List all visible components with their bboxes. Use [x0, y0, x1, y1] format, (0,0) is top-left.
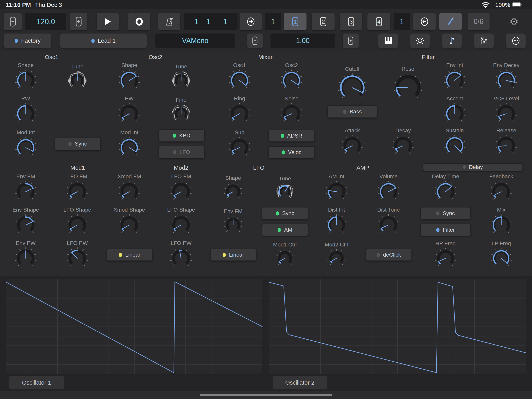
knob-osc1-pw[interactable] [14, 102, 38, 126]
knob-flt-attack[interactable] [340, 134, 364, 158]
toggle-mixer-veloc[interactable]: Veloc [268, 146, 315, 158]
toggle-mod2-linear[interactable]: Linear [210, 249, 256, 261]
knob-lfo-envfm[interactable] [222, 214, 244, 236]
mix_noise-label: Noise [268, 96, 315, 102]
toggle-delay-title[interactable]: Delay [423, 163, 523, 171]
knob-osc2-modint[interactable] [117, 135, 141, 160]
toggle-delay-filter[interactable]: Filter [420, 224, 471, 236]
mixer-settings-button[interactable] [474, 33, 494, 48]
knob-lfo-mod1ctrl[interactable] [274, 248, 295, 269]
knob-mix-ring[interactable] [228, 102, 252, 126]
knob-amp-amint[interactable] [324, 180, 348, 204]
knob-flt-envdecay[interactable] [494, 68, 518, 93]
knob-m1-lfopw[interactable] [65, 246, 89, 270]
settings-button[interactable]: ⚙ [503, 13, 525, 30]
knob-m2-lfopw[interactable] [169, 246, 193, 270]
preset-patch-button[interactable]: Lead 1 [60, 33, 147, 48]
scene-2-button[interactable]: 2 [312, 13, 335, 30]
knob-m2-xmodfm[interactable] [117, 180, 141, 204]
play-button[interactable] [97, 13, 119, 30]
note-settings-button[interactable]: ♪ [442, 33, 462, 48]
knob-amp-volume[interactable] [376, 180, 400, 204]
knob-flt-reso[interactable] [392, 72, 424, 103]
knob-m1-envshape[interactable] [14, 213, 38, 237]
undo-counter-button[interactable]: 0/6 [468, 13, 489, 30]
tempo-increment-button[interactable] [70, 13, 88, 30]
knob-osc2-fine[interactable] [170, 103, 192, 124]
toggle-lfo-am[interactable]: AM [262, 224, 308, 236]
knob-dly-hp[interactable] [434, 247, 457, 270]
scene-advance-button[interactable] [240, 13, 262, 30]
knob-m2-lfoshape[interactable] [169, 213, 193, 237]
preset-bank-button[interactable]: Factory [4, 33, 51, 48]
knob-m2-lfofm[interactable] [169, 180, 193, 204]
knob-amp-disttone[interactable] [376, 213, 400, 237]
home-indicator[interactable] [200, 394, 332, 396]
toggle-mixer-adsr[interactable]: ADSR [268, 130, 315, 142]
knob-m1-lfofm[interactable] [65, 180, 89, 204]
record-button[interactable] [128, 13, 150, 30]
knob-flt-sustain[interactable] [443, 134, 467, 158]
knob-flt-envint[interactable] [443, 68, 467, 93]
knob-flt-vcf[interactable] [494, 102, 518, 126]
knob-dly-time[interactable] [433, 180, 458, 204]
level-display[interactable]: 1.00 [271, 33, 335, 48]
metronome-button[interactable] [158, 13, 180, 30]
toggle-mod1-linear[interactable]: Linear [107, 249, 153, 261]
knob-lfo-shape[interactable] [222, 181, 244, 202]
toggle-osc2-kbd[interactable]: KBD [158, 129, 205, 142]
knob-dly-lp[interactable] [489, 247, 513, 270]
knob-flt-release[interactable] [494, 134, 518, 158]
knob-dly-feedback[interactable] [489, 180, 513, 204]
toggle-amp-declick[interactable]: deClick [366, 249, 412, 261]
knob-flt-decay[interactable] [391, 134, 415, 158]
knob-m1-lfoshape[interactable] [65, 213, 89, 237]
knob-osc1-shape[interactable] [14, 68, 38, 93]
scene-repeat-display[interactable]: 1 [393, 13, 410, 30]
tab-oscillator-1[interactable]: Oscillator 1 [9, 376, 64, 389]
scene-3-button[interactable]: 3 [340, 13, 362, 30]
toggle-delay-title-label: Delay [469, 164, 483, 170]
knob-osc2-pw[interactable] [117, 102, 141, 126]
knob-mix-osc2[interactable] [279, 68, 304, 93]
scene-1-button[interactable]: 1 [284, 13, 306, 30]
knob-dly-mix[interactable] [489, 213, 513, 237]
tab-oscillator-2[interactable]: Oscillator 2 [272, 376, 327, 389]
toggle-mixer-adsr-label: ADSR [287, 133, 302, 139]
knob-m2-xmodshape[interactable] [117, 213, 141, 237]
toggle-mixer-bass-label: Bass [349, 109, 362, 115]
level-increment-button[interactable] [343, 33, 359, 48]
knob-osc1-tune[interactable] [67, 70, 88, 91]
keyboard-view-button[interactable] [378, 33, 398, 48]
knob-osc1-modint[interactable] [14, 135, 38, 160]
toggle-osc1-sync[interactable]: Sync [55, 137, 101, 150]
knob-mix-noise[interactable] [279, 102, 304, 126]
song-position-display[interactable]: 1 1 1 [184, 13, 238, 30]
knob-mix-osc1[interactable] [228, 68, 252, 93]
scene-4-button[interactable]: 4 [367, 13, 390, 30]
tempo-display[interactable]: 120.0 [25, 13, 66, 30]
knob-osc2-tune[interactable] [170, 70, 192, 91]
knob-lfo-tune[interactable] [275, 182, 295, 202]
edit-pencil-button[interactable] [439, 13, 462, 30]
toggle-osc2-lfo[interactable]: LFO [158, 146, 205, 158]
tempo-decrement-button[interactable] [4, 13, 22, 30]
toggle-lfo-sync[interactable]: Sync [262, 207, 308, 219]
knob-m1-envpw[interactable] [14, 246, 38, 270]
toggle-delay-sync[interactable]: Sync [420, 207, 471, 219]
knob-amp-mod2ctrl[interactable] [326, 248, 347, 269]
knob-amp-distint[interactable] [324, 213, 348, 237]
m1_lfopw-label: LFO PW [54, 240, 101, 246]
knob-flt-accent[interactable] [443, 102, 467, 126]
sound-edit-button[interactable] [410, 33, 430, 48]
knob-flt-cutoff[interactable] [337, 72, 368, 103]
loop-start-display[interactable]: 1 [265, 13, 281, 30]
more-options-button[interactable] [506, 33, 526, 48]
knob-m1-envfm[interactable] [14, 180, 38, 204]
scene-back-button[interactable] [413, 13, 436, 30]
toggle-mixer-bass[interactable]: Bass [328, 105, 377, 118]
knob-osc2-shape[interactable] [117, 68, 141, 93]
level-decrement-button[interactable] [247, 33, 263, 48]
knob-mix-sub[interactable] [228, 135, 252, 160]
engine-display[interactable]: VAMono [155, 33, 235, 48]
